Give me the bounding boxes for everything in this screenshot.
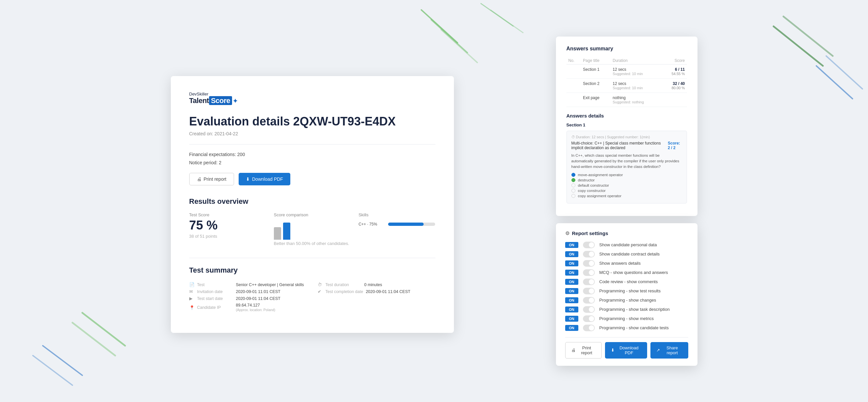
skill-bar-fill-cpp: [388, 222, 423, 226]
toggle-visual-prog-changes[interactable]: [583, 297, 595, 304]
file-icon: 📄: [189, 282, 194, 287]
location-icon: 📍: [189, 305, 194, 310]
toggle-visual-prog-metrics[interactable]: [583, 315, 595, 322]
answers-summary-title: Answers summary: [566, 46, 687, 52]
skills-label: Skills: [359, 212, 435, 217]
row3-no: [566, 93, 581, 107]
toggle-prog-desc[interactable]: ON: [565, 307, 578, 312]
test-summary-title: Test summary: [189, 266, 435, 275]
toggle-answers[interactable]: ON: [565, 260, 578, 266]
timer-icon: ⏱: [318, 282, 323, 287]
toggle-code-review[interactable]: ON: [565, 279, 578, 285]
toggle-prog-changes[interactable]: ON: [565, 297, 578, 303]
setting-prog-results-label: Programming - show test results: [599, 288, 661, 293]
question-header: Multi-choice: C++ | Special class member…: [571, 141, 682, 153]
printer-icon-settings: 🖨: [571, 348, 576, 352]
test-row-test: 📄 Test Senior C++ developer | General sk…: [189, 281, 307, 288]
brand-talent: Talent: [189, 96, 209, 105]
row2-score: 32 / 40 80.00 %: [662, 79, 687, 93]
answer-option-3: default constructor: [571, 183, 682, 187]
test-row-invite: ✉ Invitation date 2020-09-01 11:01 CEST: [189, 288, 307, 295]
start-icon: ▶: [189, 296, 194, 301]
setting-contract: ON Show candidate contract details: [565, 251, 688, 257]
setting-answers-label: Show answers details: [599, 261, 641, 266]
setting-prog-changes-label: Programming - show changes: [599, 298, 656, 303]
toggle-prog-candidate[interactable]: ON: [565, 325, 578, 331]
setting-personal-label: Show candidate personal data: [599, 242, 657, 247]
settings-print-button[interactable]: 🖨 Print report: [565, 342, 602, 359]
score-comparison-label: Score comparison: [274, 212, 350, 217]
duration-value: 0 minutes: [364, 282, 382, 287]
results-overview-title: Results overview: [189, 197, 435, 206]
action-buttons: 🖨 Print report ⬇ Download PDF: [189, 173, 435, 185]
row2-page: Section 2: [581, 79, 611, 93]
answer-option-5: copy assignment operator: [571, 194, 682, 198]
setting-code-review: ON Code review - show comments: [565, 279, 688, 285]
duration-label: Test duration: [326, 282, 362, 287]
toggle-prog-results[interactable]: ON: [565, 288, 578, 294]
toggle-contract[interactable]: ON: [565, 251, 578, 257]
toggle-visual-mcq[interactable]: [583, 269, 595, 276]
setting-prog-candidate: ON Programming - show candidate tests: [565, 324, 688, 331]
toggle-prog-metrics[interactable]: ON: [565, 316, 578, 322]
test-row-start: ▶ Test start date 2020-09-01 11:04 CEST: [189, 295, 307, 302]
check-icon: ✔: [318, 289, 323, 294]
radio-dot-1: [571, 173, 576, 177]
radio-dot-4: [571, 189, 576, 193]
invite-label: Invitation date: [197, 289, 234, 294]
test-score-block: Test Score 75 % 38 of 51 points: [189, 212, 266, 246]
table-row: Section 2 12 secs Suggested: 10 min 32 /…: [566, 79, 687, 93]
question-score: Score: 2 / 2: [668, 141, 682, 150]
brand-name: TalentScore✦: [189, 96, 238, 105]
toggle-visual-answers[interactable]: [583, 260, 595, 267]
download-icon-settings: ⬇: [611, 348, 615, 352]
test-label: Test: [197, 282, 234, 287]
printer-icon: 🖨: [197, 177, 202, 182]
print-button[interactable]: 🖨 Print report: [189, 173, 234, 185]
score-comparison-sub: Better than 50.00% of other candidates.: [274, 241, 350, 246]
skills-block: Skills C++ · 75%: [359, 212, 435, 246]
row1-duration: 12 secs Suggested: 10 min: [611, 64, 662, 79]
table-row: Exit page nothing Suggested: nothing: [566, 93, 687, 107]
notice-period: Notice period: 2: [189, 159, 435, 167]
ip-value: 89.64.74.127(Approx. location: Poland): [236, 303, 276, 312]
settings-actions: 🖨 Print report ⬇ Download PDF ↗ Share re…: [565, 337, 688, 359]
answers-details-title: Answers details: [566, 113, 687, 119]
toggle-visual-code-review[interactable]: [583, 279, 595, 285]
row3-page: Exit page: [581, 93, 611, 107]
skill-bar-bg-cpp: [388, 222, 435, 226]
setting-prog-candidate-label: Programming - show candidate tests: [599, 325, 669, 330]
download-pdf-button[interactable]: ⬇ Download PDF: [239, 173, 290, 185]
setting-prog-changes: ON Programming - show changes: [565, 297, 688, 304]
row3-duration: nothing Suggested: nothing: [611, 93, 662, 107]
toggle-visual-personal[interactable]: [583, 242, 595, 248]
setting-prog-desc: ON Programming - show task description: [565, 306, 688, 313]
completion-value: 2020-09-01 11:04 CEST: [366, 289, 410, 294]
answer-options: move-assignment operator destructor defa…: [571, 173, 682, 198]
toggle-mcq[interactable]: ON: [565, 270, 578, 276]
settings-card: ⚙ Report settings ON Show candidate pers…: [556, 223, 698, 366]
test-score-value: 75 %: [189, 219, 266, 233]
share-icon: ↗: [656, 348, 660, 352]
row2-no: [566, 79, 581, 93]
answer-option-1: move-assignment operator: [571, 173, 682, 177]
test-summary-left: 📄 Test Senior C++ developer | General sk…: [189, 281, 307, 313]
col-duration: Duration: [611, 57, 662, 65]
toggle-visual-contract[interactable]: [583, 251, 595, 257]
question-block: ⏱ Duration: 12 secs | Suggested number: …: [566, 131, 687, 204]
toggle-visual-prog-results[interactable]: [583, 288, 595, 294]
radio-dot-2: [571, 178, 576, 182]
start-value: 2020-09-01 11:04 CEST: [236, 296, 281, 301]
col-page: Page title: [581, 57, 611, 65]
setting-prog-results: ON Programming - show test results: [565, 288, 688, 294]
settings-list: ON Show candidate personal data ON Show …: [565, 242, 688, 331]
settings-share-button[interactable]: ↗ Share report: [650, 342, 688, 359]
settings-download-button[interactable]: ⬇ Download PDF: [605, 342, 647, 359]
toggle-personal[interactable]: ON: [565, 242, 578, 248]
toggle-visual-prog-desc[interactable]: [583, 306, 595, 313]
question-text: Multi-choice: C++ | Special class member…: [571, 141, 668, 150]
toggle-visual-prog-candidate[interactable]: [583, 324, 595, 331]
col-no: No.: [566, 57, 581, 65]
answer-option-2: destructor: [571, 178, 682, 182]
brand-star: ✦: [233, 98, 238, 104]
